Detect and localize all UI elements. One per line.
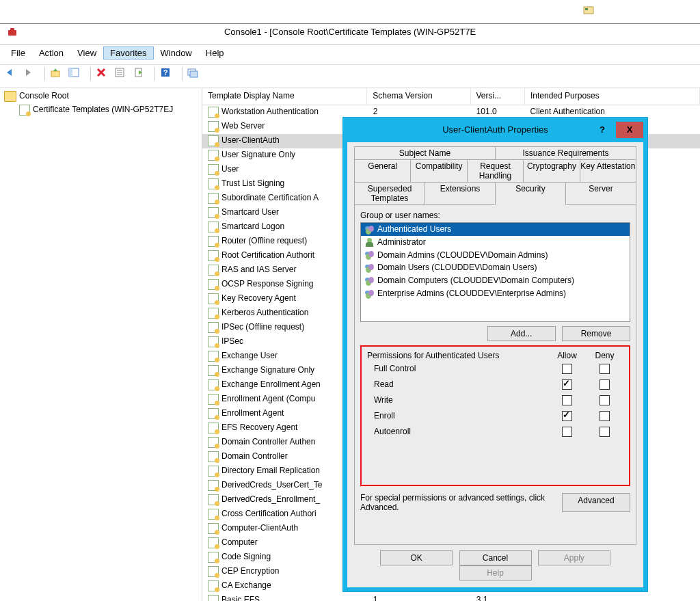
apply-button[interactable]: Apply [538,550,610,565]
help-icon[interactable]: ? [160,67,175,82]
dialog-close-button[interactable]: X [616,122,643,138]
properties-icon[interactable] [114,67,129,82]
allow-checkbox[interactable] [562,427,572,437]
group-user-list[interactable]: Authenticated UsersAdministratorDomain A… [360,222,630,322]
delete-icon[interactable] [96,67,111,82]
column-header[interactable]: Intended Purposes [525,88,700,105]
allow-checkbox[interactable] [562,411,572,421]
group-item[interactable]: Domain Computers (CLOUDDEV\Domain Comput… [361,274,630,287]
cancel-button[interactable]: Cancel [459,550,532,565]
template-icon [208,595,219,601]
export-icon[interactable] [133,67,148,82]
group-item[interactable]: Enterprise Admins (CLOUDDEV\Enterprise A… [361,287,630,300]
menu-view[interactable]: View [70,46,103,59]
title-bar: Console1 - [Console Root\Certificate Tem… [0,24,700,45]
tab-security[interactable]: Security [495,182,566,205]
show-hide-tree-icon[interactable] [68,67,83,82]
template-icon [208,451,219,462]
deny-checkbox[interactable] [600,411,610,421]
svg-rect-3 [10,28,14,31]
toolbar[interactable]: ? [0,65,700,88]
allow-checkbox[interactable] [562,395,572,405]
column-header[interactable]: Template Display Name [202,88,367,105]
template-icon [208,580,219,591]
system-top-bar [0,0,700,24]
menu-bar[interactable]: FileActionViewFavoritesWindowHelp [0,45,700,65]
svg-text:?: ? [163,68,168,77]
tab-cryptography[interactable]: Cryptography [523,159,580,183]
dialog-help-button[interactable]: ? [589,122,616,138]
template-icon [208,308,219,319]
new-window-icon[interactable] [187,67,202,82]
menu-action[interactable]: Action [32,46,70,59]
column-header[interactable]: Versi... [471,88,526,105]
group-label: Group or user names: [360,211,630,220]
tab-content-security: Group or user names: Authenticated Users… [354,205,636,545]
tab-superseded-templates[interactable]: Superseded Templates [354,182,425,205]
permissions-box: Permissions for Authenticated Users Allo… [360,345,630,486]
tab-extensions[interactable]: Extensions [425,182,496,205]
deny-checkbox[interactable] [600,427,610,437]
deny-checkbox[interactable] [600,395,610,405]
column-header[interactable]: Schema Version [367,88,470,105]
group-item[interactable]: Domain Admins (CLOUDDEV\Domain Admins) [361,249,630,262]
template-icon [208,164,219,175]
allow-checkbox[interactable] [562,364,572,374]
menu-help[interactable]: Help [199,46,231,59]
back-icon[interactable] [4,67,19,82]
group-item[interactable]: Authenticated Users [361,223,630,236]
window-title: Console1 - [Console Root\Certificate Tem… [224,27,476,37]
svg-rect-6 [69,68,72,77]
tab-compatibility[interactable]: Compatibility [410,159,467,183]
permission-row: Enroll [367,411,623,423]
dialog-title: User-ClientAuth Properties [442,124,548,135]
allow-checkbox[interactable] [562,379,572,390]
menu-file[interactable]: File [4,46,32,59]
permission-row: Read [367,379,623,392]
tab-issuance-requirements[interactable]: Issuance Requirements [495,146,636,160]
group-icon [365,225,376,235]
remove-button[interactable]: Remove [562,326,630,341]
group-item[interactable]: Domain Users (CLOUDDEV\Domain Users) [361,261,630,274]
deny-checkbox[interactable] [600,379,610,390]
tab-subject-name[interactable]: Subject Name [354,146,496,160]
template-icon [208,178,219,189]
dialog-titlebar[interactable]: User-ClientAuth Properties ? X [347,122,643,142]
tab-server[interactable]: Server [565,182,636,205]
cert-templates-icon [19,105,30,116]
group-item[interactable]: Administrator [361,236,630,249]
app-icon [7,27,18,38]
deny-checkbox[interactable] [600,364,610,374]
list-header[interactable]: Template Display NameSchema VersionVersi… [202,88,700,105]
svg-rect-4 [51,71,59,77]
menu-window[interactable]: Window [154,46,199,59]
menu-favorites[interactable]: Favorites [103,46,153,59]
tab-key-attestation[interactable]: Key Attestation [580,159,636,183]
template-icon [208,566,219,577]
svg-rect-15 [190,71,198,77]
help-button[interactable]: Help [459,565,532,580]
template-icon [208,480,219,491]
ok-button[interactable]: OK [380,550,453,565]
template-icon [208,150,219,161]
template-icon [208,379,219,390]
add-button[interactable]: Add... [487,326,556,341]
template-icon [208,250,219,261]
template-icon [208,279,219,290]
template-icon [208,222,219,232]
forward-icon[interactable] [23,67,38,82]
tree-root[interactable]: Console Root [0,90,202,103]
template-row[interactable]: Basic EFS13.1 [202,593,700,601]
tab-request-handling[interactable]: Request Handling [467,159,524,183]
tree-pane[interactable]: Console Root Certificate Templates (WIN-… [0,88,202,601]
template-icon [208,494,219,505]
tab-general[interactable]: General [354,159,411,183]
group-icon [365,263,376,273]
template-icon [208,552,219,563]
template-icon [208,322,219,333]
advanced-button[interactable]: Advanced [562,493,630,512]
up-icon[interactable] [50,67,65,82]
tray-icon [582,4,596,18]
tree-cert-templates[interactable]: Certificate Templates (WIN-GP52T7EJ [0,103,202,117]
template-icon [208,351,219,362]
